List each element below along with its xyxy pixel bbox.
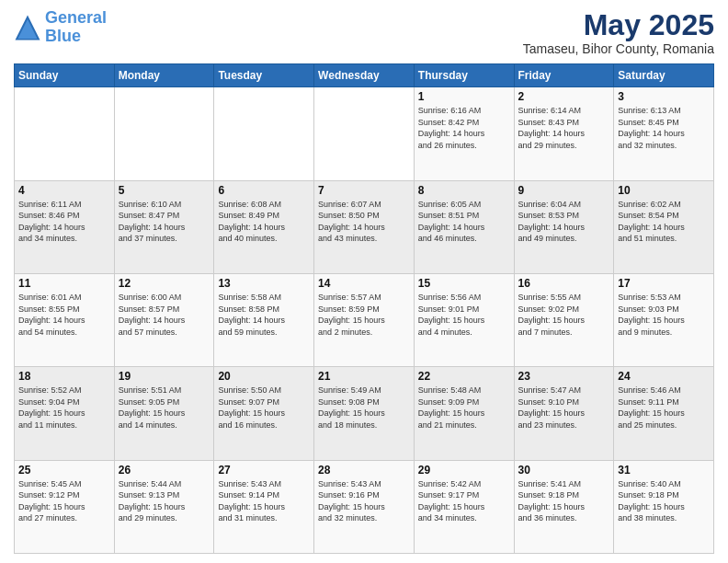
- day-number: 24: [618, 370, 710, 383]
- day-number: 8: [418, 184, 510, 197]
- calendar-week-3: 11Sunrise: 6:01 AM Sunset: 8:55 PM Dayli…: [15, 273, 714, 366]
- day-number: 27: [218, 464, 310, 477]
- day-info: Sunrise: 5:52 AM Sunset: 9:04 PM Dayligh…: [18, 385, 110, 431]
- calendar-cell: 30Sunrise: 5:41 AM Sunset: 9:18 PM Dayli…: [514, 460, 614, 553]
- day-number: 25: [18, 464, 110, 477]
- day-info: Sunrise: 6:00 AM Sunset: 8:57 PM Dayligh…: [119, 292, 210, 338]
- calendar-cell: 16Sunrise: 5:55 AM Sunset: 9:02 PM Dayli…: [514, 273, 614, 366]
- calendar-cell: 24Sunrise: 5:46 AM Sunset: 9:11 PM Dayli…: [614, 367, 714, 460]
- day-number: 12: [119, 277, 210, 290]
- logo: General Blue: [14, 9, 107, 46]
- weekday-header-thursday: Thursday: [414, 64, 514, 87]
- day-info: Sunrise: 6:14 AM Sunset: 8:43 PM Dayligh…: [518, 105, 610, 151]
- day-info: Sunrise: 6:10 AM Sunset: 8:47 PM Dayligh…: [119, 199, 210, 245]
- weekday-header-monday: Monday: [114, 64, 214, 87]
- calendar-cell: 4Sunrise: 6:11 AM Sunset: 8:46 PM Daylig…: [15, 180, 115, 273]
- calendar-cell: 29Sunrise: 5:42 AM Sunset: 9:17 PM Dayli…: [414, 460, 514, 553]
- calendar-cell: 23Sunrise: 5:47 AM Sunset: 9:10 PM Dayli…: [514, 367, 614, 460]
- calendar-cell: 20Sunrise: 5:50 AM Sunset: 9:07 PM Dayli…: [214, 367, 314, 460]
- calendar-cell: 1Sunrise: 6:16 AM Sunset: 8:42 PM Daylig…: [414, 87, 514, 180]
- day-info: Sunrise: 5:40 AM Sunset: 9:18 PM Dayligh…: [618, 478, 710, 524]
- day-number: 20: [218, 370, 310, 383]
- day-number: 31: [618, 464, 710, 477]
- day-number: 7: [318, 184, 410, 197]
- calendar-cell: [214, 87, 314, 180]
- day-number: 18: [18, 370, 110, 383]
- logo-text: General Blue: [45, 9, 107, 46]
- day-info: Sunrise: 5:51 AM Sunset: 9:05 PM Dayligh…: [119, 385, 210, 431]
- calendar-cell: 13Sunrise: 5:58 AM Sunset: 8:58 PM Dayli…: [214, 273, 314, 366]
- page: General Blue May 2025 Tamaseu, Bihor Cou…: [0, 0, 728, 563]
- day-number: 4: [18, 184, 110, 197]
- day-info: Sunrise: 6:07 AM Sunset: 8:50 PM Dayligh…: [318, 199, 410, 245]
- day-info: Sunrise: 5:47 AM Sunset: 9:10 PM Dayligh…: [518, 385, 610, 431]
- calendar-week-4: 18Sunrise: 5:52 AM Sunset: 9:04 PM Dayli…: [15, 367, 714, 460]
- calendar-header: SundayMondayTuesdayWednesdayThursdayFrid…: [15, 64, 714, 87]
- calendar-cell: [114, 87, 214, 180]
- calendar-week-1: 1Sunrise: 6:16 AM Sunset: 8:42 PM Daylig…: [15, 87, 714, 180]
- calendar-cell: 14Sunrise: 5:57 AM Sunset: 8:59 PM Dayli…: [314, 273, 415, 366]
- day-number: 30: [518, 464, 610, 477]
- day-number: 19: [119, 370, 210, 383]
- calendar-cell: 22Sunrise: 5:48 AM Sunset: 9:09 PM Dayli…: [414, 367, 514, 460]
- calendar-cell: 3Sunrise: 6:13 AM Sunset: 8:45 PM Daylig…: [614, 87, 714, 180]
- calendar-cell: 8Sunrise: 6:05 AM Sunset: 8:51 PM Daylig…: [414, 180, 514, 273]
- day-info: Sunrise: 6:11 AM Sunset: 8:46 PM Dayligh…: [18, 199, 110, 245]
- day-info: Sunrise: 5:48 AM Sunset: 9:09 PM Dayligh…: [418, 385, 510, 431]
- calendar-cell: 11Sunrise: 6:01 AM Sunset: 8:55 PM Dayli…: [15, 273, 115, 366]
- day-info: Sunrise: 6:13 AM Sunset: 8:45 PM Dayligh…: [618, 105, 710, 151]
- calendar-cell: 9Sunrise: 6:04 AM Sunset: 8:53 PM Daylig…: [514, 180, 614, 273]
- day-number: 2: [518, 90, 610, 103]
- day-info: Sunrise: 5:45 AM Sunset: 9:12 PM Dayligh…: [18, 478, 110, 524]
- calendar-cell: 12Sunrise: 6:00 AM Sunset: 8:57 PM Dayli…: [114, 273, 214, 366]
- day-number: 23: [518, 370, 610, 383]
- day-info: Sunrise: 5:43 AM Sunset: 9:16 PM Dayligh…: [318, 478, 410, 524]
- weekday-header-row: SundayMondayTuesdayWednesdayThursdayFrid…: [15, 64, 714, 87]
- calendar-cell: 27Sunrise: 5:43 AM Sunset: 9:14 PM Dayli…: [214, 460, 314, 553]
- calendar-cell: 28Sunrise: 5:43 AM Sunset: 9:16 PM Dayli…: [314, 460, 415, 553]
- day-number: 1: [418, 90, 510, 103]
- calendar-cell: 7Sunrise: 6:07 AM Sunset: 8:50 PM Daylig…: [314, 180, 415, 273]
- header: General Blue May 2025 Tamaseu, Bihor Cou…: [14, 9, 714, 56]
- calendar-cell: 18Sunrise: 5:52 AM Sunset: 9:04 PM Dayli…: [15, 367, 115, 460]
- day-number: 22: [418, 370, 510, 383]
- day-number: 13: [218, 277, 310, 290]
- day-number: 11: [18, 277, 110, 290]
- logo-line2: Blue: [45, 27, 81, 45]
- day-info: Sunrise: 5:49 AM Sunset: 9:08 PM Dayligh…: [318, 385, 410, 431]
- day-number: 10: [618, 184, 710, 197]
- day-info: Sunrise: 6:08 AM Sunset: 8:49 PM Dayligh…: [218, 199, 310, 245]
- calendar-cell: 2Sunrise: 6:14 AM Sunset: 8:43 PM Daylig…: [514, 87, 614, 180]
- day-number: 16: [518, 277, 610, 290]
- calendar-cell: 17Sunrise: 5:53 AM Sunset: 9:03 PM Dayli…: [614, 273, 714, 366]
- day-number: 14: [318, 277, 410, 290]
- weekday-header-wednesday: Wednesday: [314, 64, 415, 87]
- day-info: Sunrise: 5:44 AM Sunset: 9:13 PM Dayligh…: [119, 478, 210, 524]
- calendar-cell: [15, 87, 115, 180]
- day-number: 21: [318, 370, 410, 383]
- day-number: 15: [418, 277, 510, 290]
- day-info: Sunrise: 5:56 AM Sunset: 9:01 PM Dayligh…: [418, 292, 510, 338]
- day-info: Sunrise: 5:58 AM Sunset: 8:58 PM Dayligh…: [218, 292, 310, 338]
- weekday-header-sunday: Sunday: [15, 64, 115, 87]
- title-area: May 2025 Tamaseu, Bihor County, Romania: [523, 9, 714, 56]
- calendar-cell: 21Sunrise: 5:49 AM Sunset: 9:08 PM Dayli…: [314, 367, 415, 460]
- day-info: Sunrise: 5:46 AM Sunset: 9:11 PM Dayligh…: [618, 385, 710, 431]
- day-info: Sunrise: 6:04 AM Sunset: 8:53 PM Dayligh…: [518, 199, 610, 245]
- day-info: Sunrise: 6:02 AM Sunset: 8:54 PM Dayligh…: [618, 199, 710, 245]
- calendar-cell: 25Sunrise: 5:45 AM Sunset: 9:12 PM Dayli…: [15, 460, 115, 553]
- calendar-cell: 5Sunrise: 6:10 AM Sunset: 8:47 PM Daylig…: [114, 180, 214, 273]
- calendar-cell: 31Sunrise: 5:40 AM Sunset: 9:18 PM Dayli…: [614, 460, 714, 553]
- calendar-week-2: 4Sunrise: 6:11 AM Sunset: 8:46 PM Daylig…: [15, 180, 714, 273]
- day-info: Sunrise: 5:53 AM Sunset: 9:03 PM Dayligh…: [618, 292, 710, 338]
- day-info: Sunrise: 6:16 AM Sunset: 8:42 PM Dayligh…: [418, 105, 510, 151]
- subtitle: Tamaseu, Bihor County, Romania: [523, 41, 714, 56]
- day-number: 26: [119, 464, 210, 477]
- day-number: 29: [418, 464, 510, 477]
- main-title: May 2025: [523, 9, 714, 41]
- logo-line1: General: [45, 8, 107, 27]
- calendar-week-5: 25Sunrise: 5:45 AM Sunset: 9:12 PM Dayli…: [15, 460, 714, 553]
- day-info: Sunrise: 5:50 AM Sunset: 9:07 PM Dayligh…: [218, 385, 310, 431]
- calendar-cell: 10Sunrise: 6:02 AM Sunset: 8:54 PM Dayli…: [614, 180, 714, 273]
- calendar-table: SundayMondayTuesdayWednesdayThursdayFrid…: [14, 63, 714, 554]
